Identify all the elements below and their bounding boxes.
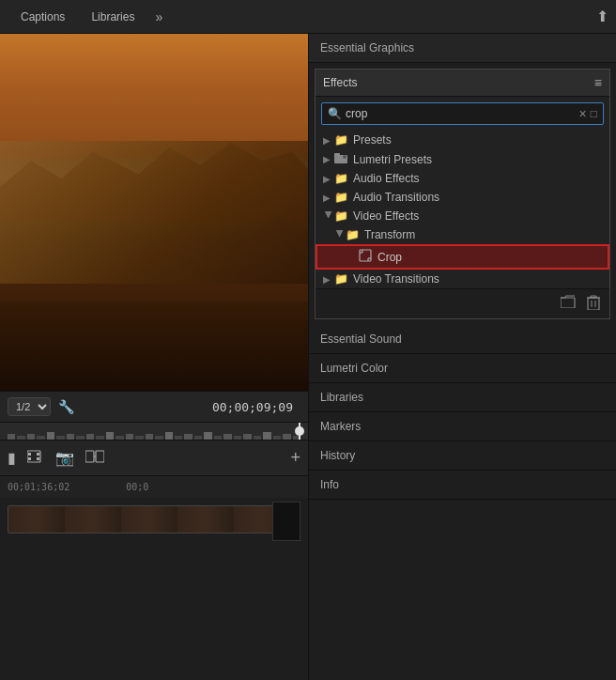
timecode-2: 00;0 (126, 482, 148, 492)
search-options-icon[interactable]: □ (591, 107, 597, 120)
svg-rect-6 (96, 451, 104, 462)
info-label: Info (320, 478, 339, 491)
libraries-label: Libraries (320, 391, 363, 404)
new-folder-button[interactable] (559, 293, 578, 315)
tree-item-presets[interactable]: ▶ 📁 Presets (316, 131, 609, 149)
tree-list: ▶ 📁 Presets ▶ Lumetri Pr (316, 131, 609, 288)
svg-rect-0 (27, 451, 40, 462)
effects-title: Effects (323, 76, 594, 89)
markers-label: Markers (320, 420, 361, 433)
search-bar: 🔍 × □ (321, 102, 604, 125)
search-icon: 🔍 (328, 107, 342, 120)
svg-rect-2 (28, 457, 31, 460)
tree-item-video-effects[interactable]: ▶ 📁 Video Effects (316, 207, 609, 225)
effects-menu-icon[interactable]: ≡ (594, 75, 602, 90)
chevron-down-icon: ▶ (324, 210, 334, 222)
video-effects-label: Video Effects (353, 209, 419, 223)
trim-icon[interactable] (85, 449, 104, 468)
camera-icon[interactable]: 📷 (55, 449, 74, 467)
audio-effects-label: Audio Effects (353, 172, 420, 185)
transform-label: Transform (364, 228, 415, 241)
lumetri-color-label: Lumetri Color (320, 362, 388, 375)
chevron-down-icon: ▶ (335, 229, 346, 240)
timeline-ruler (0, 422, 308, 440)
add-track-button[interactable]: + (290, 448, 300, 468)
essential-graphics-header: Essential Graphics (309, 34, 616, 63)
tree-item-lumetri-presets[interactable]: ▶ Lumetri Presets (316, 149, 609, 169)
delete-button[interactable] (585, 293, 602, 315)
folder-icon (334, 152, 349, 166)
effects-panel: Effects ≡ 🔍 × □ ▶ 📁 Presets (315, 69, 610, 319)
video-transitions-label: Video Transitions (353, 272, 439, 286)
audio-transitions-label: Audio Transitions (353, 191, 439, 204)
svg-rect-19 (591, 296, 596, 298)
mark-in-icon[interactable]: ▮ (8, 449, 16, 467)
main-area: 1/2 Fit 1/1 1/4 🔧 00;00;09;09 (0, 34, 616, 680)
settings-icon[interactable]: 🔧 (58, 399, 74, 414)
crop-label: Crop (377, 251, 402, 264)
timeline-timecodes: 00;01;36;02 00;0 (0, 476, 308, 498)
more-tabs-button[interactable]: » (155, 9, 162, 24)
crop-item[interactable]: Crop (316, 244, 609, 270)
sky-layer (0, 34, 308, 159)
ridge-layer-2 (0, 194, 308, 301)
essential-sound-label: Essential Sound (320, 332, 402, 346)
ridge-layer-1 (0, 133, 308, 223)
search-input[interactable] (346, 107, 579, 120)
chevron-right-icon: ▶ (323, 174, 334, 184)
ruler-ticks (0, 423, 308, 440)
tab-libraries[interactable]: Libraries (78, 0, 147, 34)
chevron-right-icon: ▶ (323, 274, 334, 285)
tab-captions[interactable]: Captions (8, 0, 78, 34)
tree-item-audio-effects[interactable]: ▶ 📁 Audio Effects (316, 169, 609, 188)
side-panel-info[interactable]: Info (309, 471, 616, 500)
svg-rect-9 (334, 153, 340, 157)
zoom-select[interactable]: 1/2 Fit 1/1 1/4 (8, 397, 51, 416)
insert-icon[interactable] (27, 449, 44, 468)
export-icon[interactable]: ⬆ (596, 8, 608, 25)
side-panel-essential-sound[interactable]: Essential Sound (309, 325, 616, 354)
svg-rect-5 (85, 451, 94, 462)
side-panel-lumetri-color[interactable]: Lumetri Color (309, 354, 616, 383)
svg-rect-11 (360, 250, 371, 261)
video-preview (0, 34, 308, 391)
panel-bottom-icons (316, 288, 609, 318)
folder-icon: 📁 (334, 172, 349, 185)
top-tab-bar: Captions Libraries » ⬆ (0, 0, 616, 34)
preview-panel: 1/2 Fit 1/1 1/4 🔧 00;00;09;09 (0, 34, 308, 680)
timecode-1: 00;01;36;02 (8, 482, 69, 492)
tree-item-audio-transitions[interactable]: ▶ 📁 Audio Transitions (316, 188, 609, 207)
side-panel-markers[interactable]: Markers (309, 412, 616, 441)
tree-item-video-transitions[interactable]: ▶ 📁 Video Transitions (316, 270, 609, 288)
side-panels-list: Essential Sound Lumetri Color Libraries … (309, 325, 616, 680)
folder-icon: 📁 (334, 191, 349, 204)
side-panel-history[interactable]: History (309, 441, 616, 471)
presets-label: Presets (353, 133, 392, 147)
chevron-right-icon: ▶ (323, 135, 334, 146)
folder-icon: 📁 (346, 228, 361, 241)
side-panel-libraries[interactable]: Libraries (309, 383, 616, 412)
folder-icon: 📁 (334, 133, 349, 147)
transport-bar: ▮ 📷 + (0, 440, 308, 476)
svg-rect-1 (28, 453, 31, 456)
tree-item-transform[interactable]: ▶ 📁 Transform (316, 225, 609, 244)
preview-controls: 1/2 Fit 1/1 1/4 🔧 00;00;09;09 (0, 391, 308, 422)
chevron-right-icon: ▶ (323, 193, 334, 203)
clear-search-button[interactable]: × (579, 106, 587, 121)
folder-icon: 📁 (334, 272, 349, 286)
chevron-right-icon: ▶ (323, 154, 334, 164)
effects-panel-header: Effects ≡ (316, 70, 609, 97)
timeline-area: 00;01;36;02 00;0 (0, 476, 308, 680)
lumetri-presets-label: Lumetri Presets (353, 153, 432, 166)
right-panel: Essential Graphics Effects ≡ 🔍 × □ ▶ 📁 (308, 34, 616, 680)
svg-rect-4 (37, 457, 39, 460)
crop-effect-icon (359, 249, 374, 265)
timecode-display: 00;00;09;09 (212, 400, 293, 414)
svg-rect-17 (588, 298, 599, 310)
history-label: History (320, 449, 355, 462)
folder-icon: 📁 (334, 209, 349, 223)
svg-rect-3 (37, 453, 39, 456)
clip-thumbnail (8, 506, 300, 533)
svg-point-10 (343, 155, 346, 159)
svg-rect-16 (561, 298, 575, 308)
